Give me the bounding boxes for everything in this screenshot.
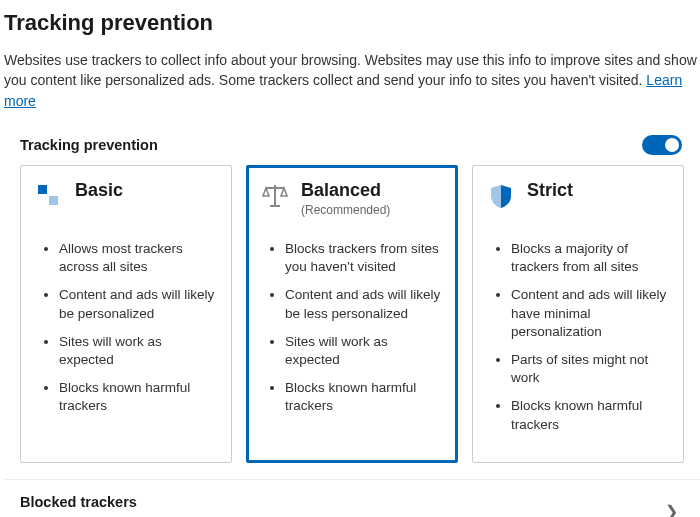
panel-header-label: Tracking prevention [20, 137, 158, 153]
level-cards: Basic Allows most trackers across all si… [4, 165, 700, 479]
list-item: Blocks known harmful trackers [511, 397, 673, 433]
list-item: Blocks trackers from sites you haven't v… [285, 240, 447, 276]
panel-header: Tracking prevention [4, 133, 700, 165]
chevron-right-icon: ❯ [665, 502, 678, 517]
tracking-toggle[interactable] [642, 135, 682, 155]
svg-rect-1 [49, 196, 58, 205]
list-item: Content and ads will likely have minimal… [511, 286, 673, 341]
card-balanced-title: Balanced [301, 180, 390, 202]
balance-scale-icon [259, 180, 291, 212]
recommended-label: (Recommended) [301, 203, 390, 217]
basic-icon [33, 180, 65, 212]
svg-rect-4 [270, 205, 280, 207]
card-basic[interactable]: Basic Allows most trackers across all si… [20, 165, 232, 463]
description-text: Websites use trackers to collect info ab… [4, 52, 697, 88]
tracking-panel: Tracking prevention Basic Allows most tr… [4, 133, 700, 517]
blocked-trackers-row[interactable]: Blocked trackers View the sites that we'… [4, 479, 700, 517]
list-item: Blocks known harmful trackers [59, 379, 221, 415]
list-item: Content and ads will likely be personali… [59, 286, 221, 322]
list-item: Sites will work as expected [59, 333, 221, 369]
card-basic-head: Basic [33, 180, 221, 226]
list-item: Blocks known harmful trackers [285, 379, 447, 415]
card-basic-title: Basic [75, 180, 123, 202]
card-strict-head: Strict [485, 180, 673, 226]
page-description: Websites use trackers to collect info ab… [4, 50, 700, 111]
toggle-knob [665, 138, 679, 152]
card-balanced[interactable]: Balanced (Recommended) Blocks trackers f… [246, 165, 458, 463]
blocked-trackers-title: Blocked trackers [20, 494, 313, 510]
svg-rect-0 [38, 185, 47, 194]
page-title: Tracking prevention [4, 10, 700, 36]
card-strict[interactable]: Strict Blocks a majority of trackers fro… [472, 165, 684, 463]
card-balanced-head: Balanced (Recommended) [259, 180, 447, 226]
list-item: Content and ads will likely be less pers… [285, 286, 447, 322]
list-item: Allows most trackers across all sites [59, 240, 221, 276]
shield-icon [485, 180, 517, 212]
list-item: Sites will work as expected [285, 333, 447, 369]
list-item: Blocks a majority of trackers from all s… [511, 240, 673, 276]
list-item: Parts of sites might not work [511, 351, 673, 387]
card-strict-title: Strict [527, 180, 573, 202]
